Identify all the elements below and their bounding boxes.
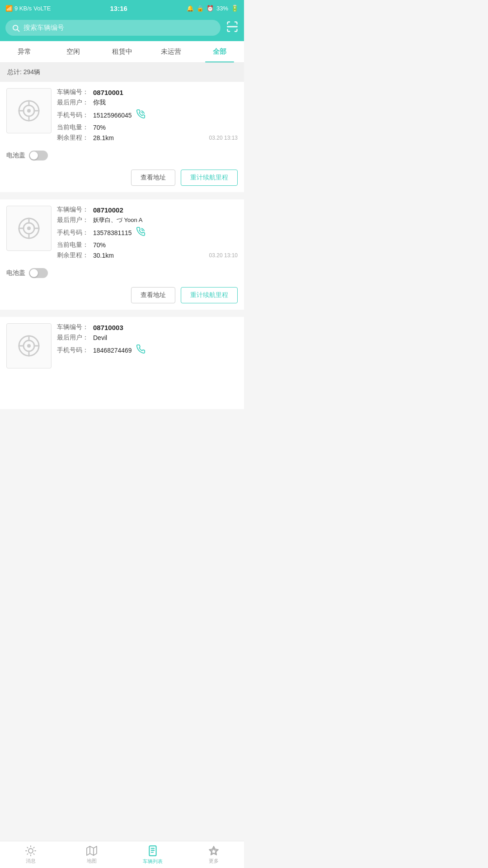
phone-value-3: 18468274469 — [93, 347, 132, 354]
view-address-button-1[interactable]: 查看地址 — [131, 170, 175, 186]
search-placeholder: 搜索车辆编号 — [23, 24, 64, 32]
id-value-3: 08710003 — [93, 324, 123, 331]
vehicle-card-3: 车辆编号： 08710003 最后用户： Devil 手机号码： 1846827… — [0, 317, 244, 409]
search-icon — [12, 24, 20, 32]
recalculate-button-1[interactable]: 重计续航里程 — [181, 170, 238, 186]
battery-label-2: 当前电量： — [57, 241, 93, 249]
battery-cover-row-2: 电池盖 — [0, 266, 244, 283]
tab-abnormal[interactable]: 异常 — [0, 41, 49, 62]
user-label-1: 最后用户： — [57, 99, 93, 107]
battery-cap-label-1: 电池盖 — [6, 151, 25, 160]
user-label-3: 最后用户： — [57, 334, 93, 342]
vehicle-image-3 — [6, 323, 52, 368]
id-value-2: 08710002 — [93, 206, 123, 214]
id-label-1: 车辆编号： — [57, 88, 93, 96]
vehicle-card-2: 车辆编号： 08710002 最后用户： 妖孽白、づ Yoon A 手机号码： … — [0, 199, 244, 310]
divider-2 — [0, 313, 244, 317]
range-value-1: 28.1km — [93, 134, 114, 142]
timestamp-1: 03.20 13:13 — [209, 135, 238, 141]
vehicle-image-1 — [6, 88, 52, 133]
status-time: 13:16 — [110, 5, 127, 12]
view-address-button-2[interactable]: 查看地址 — [131, 287, 175, 303]
range-label-1: 剩余里程： — [57, 134, 93, 142]
phone-call-icon-1[interactable] — [136, 109, 145, 121]
tab-bar: 异常 空闲 租赁中 未运营 全部 — [0, 41, 244, 63]
status-left: 📶 9 KB/s VoLTE — [5, 5, 51, 12]
range-value-2: 30.1km — [93, 252, 114, 259]
search-wrapper[interactable]: 搜索车辆编号 — [5, 20, 221, 36]
battery-value-2: 70% — [93, 241, 106, 249]
card-actions-2: 查看地址 重计续航里程 — [0, 283, 244, 310]
network-speed: 9 KB/s — [14, 5, 32, 12]
battery-cap-label-2: 电池盖 — [6, 269, 25, 277]
vehicle-info-1: 车辆编号： 08710001 最后用户： 你我 手机号码： 1512596604… — [57, 88, 238, 144]
phone-call-icon-3[interactable] — [136, 344, 145, 356]
vehicle-image-2 — [6, 206, 52, 251]
phone-call-icon-2[interactable] — [136, 226, 145, 239]
battery-icon: 🔋 — [231, 5, 239, 12]
tab-all[interactable]: 全部 — [195, 41, 244, 62]
vehicle-thumbnail-icon — [15, 97, 42, 124]
id-label-3: 车辆编号： — [57, 323, 93, 331]
vehicle-info-2: 车辆编号： 08710002 最后用户： 妖孽白、づ Yoon A 手机号码： … — [57, 206, 238, 262]
vehicle-info-3: 车辆编号： 08710003 最后用户： Devil 手机号码： 1846827… — [57, 323, 238, 359]
svg-point-19 — [27, 344, 31, 348]
total-count: 总计: 294辆 — [0, 63, 244, 82]
user-value-3: Devil — [93, 334, 107, 341]
user-value-1: 你我 — [93, 99, 106, 107]
battery-cap-toggle-1[interactable] — [29, 151, 48, 160]
svg-line-1 — [17, 29, 19, 31]
id-value-1: 08710001 — [93, 89, 123, 96]
svg-point-12 — [27, 226, 31, 230]
user-label-2: 最后用户： — [57, 216, 93, 224]
lock-icon: 🔒 — [197, 5, 204, 12]
svg-point-5 — [27, 109, 31, 113]
phone-value-2: 13578381115 — [93, 229, 132, 236]
id-label-2: 车辆编号： — [57, 206, 93, 214]
tab-renting[interactable]: 租赁中 — [98, 41, 146, 62]
range-label-2: 剩余里程： — [57, 251, 93, 259]
phone-label-1: 手机号码： — [57, 111, 93, 119]
signal-icon: 📶 — [5, 5, 13, 12]
phone-value-1: 15125966045 — [93, 112, 132, 119]
vehicle-card-1: 车辆编号： 08710001 最后用户： 你我 手机号码： 1512596604… — [0, 82, 244, 192]
clock-icon: ⏰ — [206, 5, 214, 12]
phone-label-3: 手机号码： — [57, 346, 93, 354]
status-bar: 📶 9 KB/s VoLTE 13:16 🔔 🔒 ⏰ 33% 🔋 — [0, 0, 244, 16]
vehicle-thumbnail-icon-2 — [15, 215, 42, 242]
timestamp-2: 03.20 13:10 — [209, 252, 238, 259]
vehicle-thumbnail-icon-3 — [15, 332, 42, 359]
tab-idle[interactable]: 空闲 — [49, 41, 98, 62]
divider-1 — [0, 196, 244, 199]
battery-label-1: 当前电量： — [57, 123, 93, 132]
phone-label-2: 手机号码： — [57, 229, 93, 237]
battery-level: 33% — [216, 5, 228, 12]
card-actions-1: 查看地址 重计续航里程 — [0, 165, 244, 192]
battery-value-1: 70% — [93, 124, 106, 131]
recalculate-button-2[interactable]: 重计续航里程 — [181, 287, 238, 303]
battery-cover-row-1: 电池盖 — [0, 149, 244, 165]
tab-not-operating[interactable]: 未运营 — [146, 41, 195, 62]
volte-indicator: VoLTE — [33, 5, 51, 12]
scan-icon[interactable] — [226, 20, 239, 36]
status-right: 🔔 🔒 ⏰ 33% 🔋 — [187, 5, 239, 12]
alarm-icon: 🔔 — [187, 5, 194, 12]
user-value-2: 妖孽白、づ Yoon A — [93, 216, 142, 224]
search-bar: 搜索车辆编号 — [0, 16, 244, 41]
battery-cap-toggle-2[interactable] — [29, 268, 48, 278]
